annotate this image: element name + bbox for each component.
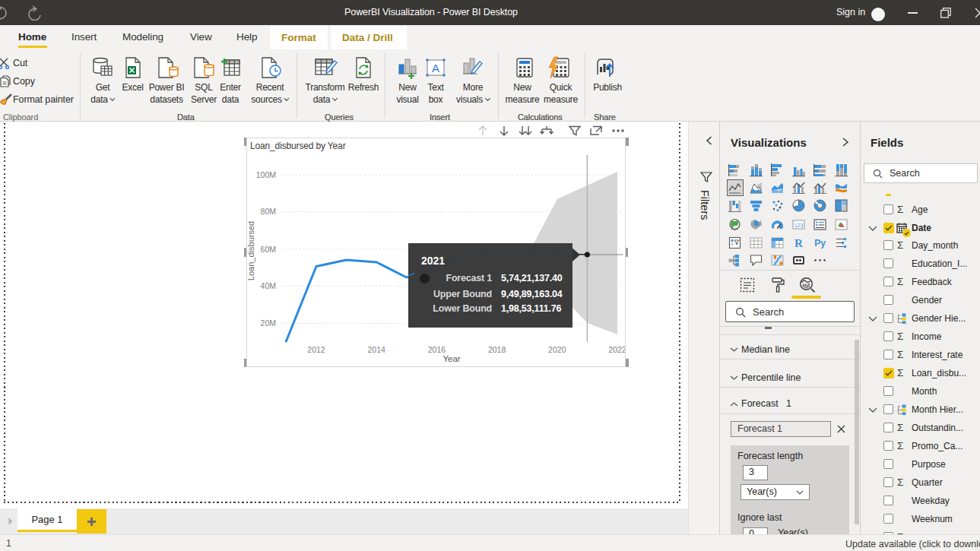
- svg-text:2018: 2018: [488, 345, 506, 354]
- svg-text:2012: 2012: [307, 345, 325, 354]
- svg-text:80M: 80M: [261, 207, 276, 216]
- svg-text:Py: Py: [814, 238, 826, 249]
- svg-text:2022: 2022: [608, 345, 625, 354]
- svg-text:2016: 2016: [428, 345, 446, 354]
- svg-text:2014: 2014: [368, 345, 386, 354]
- svg-text:A: A: [432, 62, 439, 74]
- svg-text:60M: 60M: [261, 245, 276, 254]
- svg-text:Loan_disbursed: Loan_disbursed: [247, 221, 255, 280]
- svg-text:40M: 40M: [261, 281, 276, 290]
- svg-text:R: R: [794, 237, 803, 249]
- svg-text:123: 123: [794, 223, 804, 228]
- svg-text:100M: 100M: [256, 170, 276, 179]
- svg-text:20M: 20M: [261, 318, 276, 328]
- svg-text:Year: Year: [442, 354, 460, 363]
- svg-text:2020: 2020: [548, 345, 566, 354]
